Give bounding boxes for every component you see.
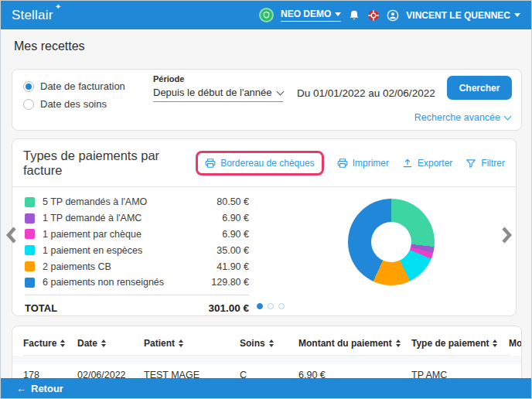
legend-item: 5 TP demandés à l'AMO80.50 €: [25, 194, 249, 210]
carousel-next-arrow[interactable]: [501, 226, 513, 247]
printer-icon: [337, 158, 348, 169]
column-header[interactable]: Montant du paiement: [298, 338, 411, 349]
footer-bar: ← Retour: [1, 378, 531, 398]
legend-item: 6 paiements non renseignés129.80 €: [25, 275, 249, 291]
table-header-row: FactureDatePatientSoinsMontant du paieme…: [23, 326, 510, 356]
chevron-down-icon: [504, 113, 512, 121]
legend-item: 1 paiement par chèque6.90 €: [25, 227, 249, 243]
date-range-text: Du 01/01/2022 au 02/06/2022: [297, 87, 435, 99]
chevron-down-icon: [514, 13, 520, 17]
column-header-label: Soins: [240, 338, 265, 349]
back-button[interactable]: ← Retour: [16, 383, 63, 394]
legend-label: 2 paiements CB: [43, 261, 217, 272]
table-stripe: [12, 356, 521, 364]
user-menu[interactable]: VINCENT LE QUENNEC: [406, 10, 520, 21]
column-header-label: Facture: [23, 338, 56, 349]
printer-icon: [205, 158, 216, 169]
radio-date-facturation[interactable]: Date de facturation: [23, 80, 125, 92]
user-avatar-icon[interactable]: [387, 9, 399, 22]
legend-label: 1 paiement en espèces: [43, 245, 217, 256]
periode-select[interactable]: Depuis le début de l'année: [153, 87, 283, 102]
carousel-pagination-dots: [257, 303, 285, 309]
chart-legend: 5 TP demandés à l'AMO80.50 €1 TP demandé…: [25, 194, 249, 314]
legend-value: 6.90 €: [222, 213, 249, 223]
chevron-right-icon: [501, 226, 513, 244]
help-lifebuoy-icon[interactable]: [367, 9, 380, 22]
carousel-dot[interactable]: [257, 303, 263, 309]
export-icon: [402, 158, 413, 169]
notifications-bell-icon[interactable]: [348, 9, 360, 22]
column-header[interactable]: Facture: [23, 338, 77, 349]
donut-chart: [348, 199, 435, 285]
legend-label: 5 TP demandés à l'AMO: [43, 196, 217, 207]
legend-item: 2 paiements CB41.90 €: [25, 258, 249, 275]
legend-swatch: [25, 261, 35, 271]
chart-card-actions: Bordereau de chèques Imprimer Exporter F…: [196, 151, 505, 176]
top-bar-right: NEO DEMO VINCENT: [259, 8, 520, 22]
app-window: Stellair ✦ NEO DEMO: [0, 0, 532, 399]
legend-rows: 5 TP demandés à l'AMO80.50 €1 TP demandé…: [25, 194, 249, 291]
chart-card-body: 5 TP demandés à l'AMO80.50 €1 TP demandé…: [12, 187, 516, 315]
top-bar: Stellair ✦ NEO DEMO: [1, 1, 531, 29]
legend-item: 1 TP demandé à l'AMC6.90 €: [25, 210, 249, 227]
total-value: 301.00 €: [208, 302, 249, 314]
app-logo[interactable]: Stellair ✦: [12, 8, 53, 23]
column-header[interactable]: Mo: [509, 338, 522, 349]
column-header[interactable]: Patient: [144, 338, 240, 349]
chart-card-title: Types de paiements par facture: [23, 148, 196, 178]
column-header[interactable]: Soins: [240, 338, 298, 349]
column-header[interactable]: Type de paiement: [411, 338, 509, 349]
carousel-dot[interactable]: [268, 303, 274, 309]
back-label: Retour: [31, 383, 63, 394]
column-header[interactable]: Date: [77, 338, 144, 349]
highlight-annotation-box: Bordereau de chèques: [196, 151, 323, 176]
advanced-search-link[interactable]: Recherche avancée: [414, 112, 510, 123]
carousel-prev-arrow[interactable]: [5, 226, 17, 247]
total-label: TOTAL: [25, 302, 208, 314]
funnel-icon: [466, 158, 476, 169]
payments-chart-card: Types de paiements par facture Bordereau…: [12, 138, 517, 316]
org-shield-icon: [259, 8, 274, 22]
logo-sparkle-icon: ✦: [55, 2, 62, 11]
column-header-label: Date: [77, 338, 97, 349]
carousel-dot[interactable]: [278, 303, 285, 309]
print-button[interactable]: Imprimer: [337, 158, 389, 169]
org-selector[interactable]: NEO DEMO: [281, 9, 341, 22]
sort-icon: [101, 339, 106, 347]
page-title: Mes recettes: [14, 39, 85, 53]
filter-label: Filtrer: [481, 158, 505, 169]
export-label: Exporter: [418, 158, 452, 169]
user-name-label: VINCENT LE QUENNEC: [406, 10, 510, 21]
filter-button[interactable]: Filtrer: [466, 158, 505, 169]
bordereau-label: Bordereau de chèques: [220, 158, 314, 169]
legend-item: 1 paiement en espèces35.00 €: [25, 242, 249, 258]
legend-value: 6.90 €: [222, 229, 249, 240]
legend-swatch: [25, 229, 35, 239]
legend-value: 80.50 €: [217, 196, 249, 207]
chart-card-header: Types de paiements par facture Bordereau…: [12, 139, 516, 187]
legend-value: 129.80 €: [211, 277, 249, 288]
legend-label: 1 TP demandé à l'AMC: [43, 213, 222, 223]
legend-label: 6 paiements non renseignés: [43, 277, 211, 288]
periode-label: Période: [153, 74, 283, 84]
print-label: Imprimer: [353, 158, 389, 169]
sort-icon: [396, 339, 401, 347]
radio-unselected-icon: [23, 99, 34, 110]
sort-icon: [493, 339, 497, 347]
radio-facturation-label: Date de facturation: [40, 80, 125, 92]
legend-label: 1 paiement par chèque: [43, 229, 222, 240]
column-header-label: Type de paiement: [411, 338, 489, 349]
bordereau-cheques-button[interactable]: Bordereau de chèques: [205, 158, 314, 169]
chevron-left-icon: [5, 226, 17, 244]
legend-swatch: [25, 213, 35, 223]
column-header-label: Mo: [509, 338, 522, 349]
date-type-radios: Date de facturation Date des soins: [23, 80, 125, 110]
filter-card: Date de facturation Date des soins Pério…: [12, 69, 522, 131]
legend-swatch: [25, 245, 35, 255]
export-button[interactable]: Exporter: [402, 158, 452, 169]
search-button[interactable]: Chercher: [447, 76, 512, 100]
org-name-label: NEO DEMO: [281, 9, 331, 19]
chevron-down-icon: [277, 87, 285, 95]
sort-icon: [60, 339, 65, 347]
radio-date-soins[interactable]: Date des soins: [23, 98, 125, 110]
